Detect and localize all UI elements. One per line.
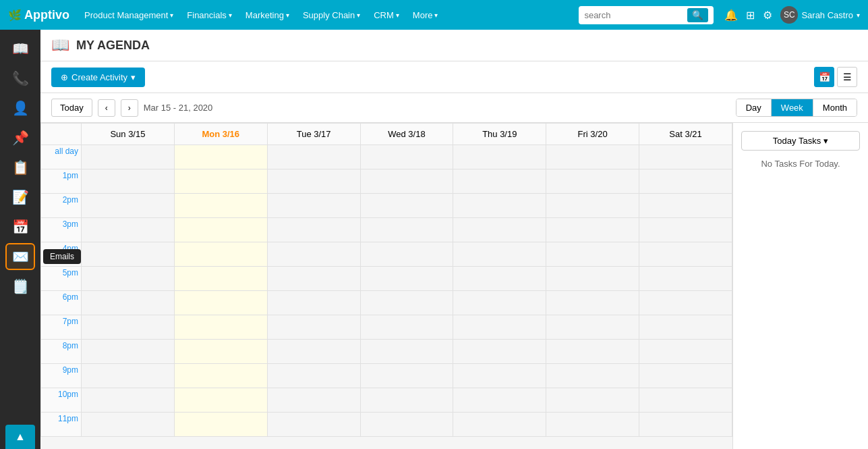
calendar-cell[interactable]	[453, 291, 546, 315]
sidebar-item-phone[interactable]: 📞	[5, 65, 35, 92]
calendar-cell[interactable]	[360, 340, 453, 364]
list-view-button[interactable]: ☰	[837, 67, 857, 87]
calendar-cell[interactable]	[174, 315, 267, 340]
calendar-cell[interactable]	[639, 145, 732, 169]
calendar-cell[interactable]	[546, 242, 639, 267]
calendar-cell[interactable]	[453, 169, 546, 194]
nav-more[interactable]: More ▾	[409, 7, 442, 23]
calendar-cell[interactable]	[267, 388, 360, 413]
sidebar-item-book[interactable]: 📖	[5, 35, 35, 62]
calendar-cell[interactable]	[174, 267, 267, 291]
create-activity-button[interactable]: ⊕ Create Activity ▾	[51, 68, 145, 87]
sidebar-item-calendar-check[interactable]: 📋	[5, 154, 35, 181]
calendar-view-button[interactable]: 📅	[814, 67, 834, 87]
calendar-cell[interactable]	[360, 169, 453, 194]
calendar-cell[interactable]	[453, 242, 546, 267]
calendar-cell[interactable]	[360, 388, 453, 413]
calendar-cell[interactable]	[453, 388, 546, 413]
calendar-grid[interactable]: Sun 3/15 Mon 3/16 Tue 3/17 Wed 3/18 Thu …	[40, 123, 733, 449]
calendar-cell[interactable]	[360, 242, 453, 267]
calendar-cell[interactable]	[639, 291, 732, 315]
calendar-cell[interactable]	[267, 218, 360, 242]
month-view-button[interactable]: Month	[813, 99, 857, 116]
calendar-cell[interactable]	[453, 145, 546, 169]
calendar-cell[interactable]	[267, 315, 360, 340]
calendar-cell[interactable]	[360, 267, 453, 291]
sidebar-item-contact[interactable]: 👤	[5, 95, 35, 122]
calendar-cell[interactable]	[639, 388, 732, 413]
prev-week-button[interactable]: ‹	[98, 99, 115, 117]
next-week-button[interactable]: ›	[121, 99, 138, 117]
calendar-cell[interactable]	[267, 242, 360, 267]
calendar-cell[interactable]	[82, 194, 175, 218]
calendar-cell[interactable]	[639, 315, 732, 340]
calendar-cell[interactable]	[267, 145, 360, 169]
calendar-cell[interactable]	[360, 218, 453, 242]
calendar-cell[interactable]	[639, 267, 732, 291]
calendar-cell[interactable]	[174, 194, 267, 218]
calendar-cell[interactable]	[82, 340, 175, 364]
sidebar-item-notes[interactable]: 🗒️	[5, 273, 35, 300]
calendar-cell[interactable]	[453, 364, 546, 388]
search-button[interactable]: 🔍	[687, 8, 708, 22]
settings-icon[interactable]: ⚙	[763, 9, 772, 22]
calendar-cell[interactable]	[267, 413, 360, 437]
nav-marketing[interactable]: Marketing ▾	[241, 7, 293, 23]
calendar-cell[interactable]	[174, 242, 267, 267]
today-button[interactable]: Today	[51, 99, 92, 117]
calendar-cell[interactable]	[360, 145, 453, 169]
calendar-cell[interactable]	[639, 364, 732, 388]
calendar-cell[interactable]	[267, 340, 360, 364]
calendar-cell[interactable]	[546, 291, 639, 315]
nav-product-management[interactable]: Product Management ▾	[80, 7, 177, 23]
calendar-cell[interactable]	[267, 267, 360, 291]
sidebar-item-list[interactable]: 📝	[5, 184, 35, 211]
calendar-cell[interactable]	[174, 388, 267, 413]
grid-icon[interactable]: ⊞	[746, 9, 755, 22]
calendar-cell[interactable]	[174, 145, 267, 169]
calendar-cell[interactable]	[453, 413, 546, 437]
calendar-cell[interactable]	[360, 364, 453, 388]
calendar-cell[interactable]	[546, 194, 639, 218]
calendar-cell[interactable]	[174, 169, 267, 194]
calendar-cell[interactable]	[546, 267, 639, 291]
calendar-cell[interactable]	[453, 340, 546, 364]
calendar-cell[interactable]	[174, 340, 267, 364]
nav-supply-chain[interactable]: Supply Chain ▾	[299, 7, 364, 23]
calendar-cell[interactable]	[546, 364, 639, 388]
calendar-cell[interactable]	[82, 145, 175, 169]
calendar-cell[interactable]	[546, 145, 639, 169]
calendar-cell[interactable]	[453, 315, 546, 340]
calendar-cell[interactable]	[174, 364, 267, 388]
calendar-cell[interactable]	[639, 242, 732, 267]
calendar-cell[interactable]	[82, 242, 175, 267]
nav-crm[interactable]: CRM ▾	[370, 7, 403, 23]
calendar-cell[interactable]	[82, 169, 175, 194]
calendar-cell[interactable]	[360, 413, 453, 437]
sidebar-item-pin[interactable]: 📌	[5, 124, 35, 151]
calendar-cell[interactable]	[360, 291, 453, 315]
day-view-button[interactable]: Day	[736, 99, 772, 116]
calendar-cell[interactable]	[639, 413, 732, 437]
calendar-cell[interactable]	[639, 194, 732, 218]
calendar-cell[interactable]	[360, 194, 453, 218]
calendar-cell[interactable]	[82, 364, 175, 388]
calendar-cell[interactable]	[82, 218, 175, 242]
calendar-cell[interactable]	[546, 413, 639, 437]
calendar-cell[interactable]	[82, 388, 175, 413]
calendar-cell[interactable]	[546, 388, 639, 413]
calendar-cell[interactable]	[82, 291, 175, 315]
user-menu[interactable]: SC Sarah Castro ▾	[780, 6, 860, 24]
calendar-cell[interactable]	[453, 194, 546, 218]
sidebar-item-email[interactable]: ✉️ Emails	[5, 243, 35, 270]
calendar-cell[interactable]	[174, 218, 267, 242]
today-tasks-button[interactable]: Today Tasks ▾	[741, 131, 860, 151]
calendar-cell[interactable]	[639, 218, 732, 242]
calendar-cell[interactable]	[174, 291, 267, 315]
calendar-cell[interactable]	[546, 218, 639, 242]
calendar-cell[interactable]	[360, 315, 453, 340]
calendar-cell[interactable]	[546, 340, 639, 364]
nav-financials[interactable]: Financials ▾	[183, 7, 236, 23]
calendar-cell[interactable]	[453, 267, 546, 291]
calendar-cell[interactable]	[267, 169, 360, 194]
